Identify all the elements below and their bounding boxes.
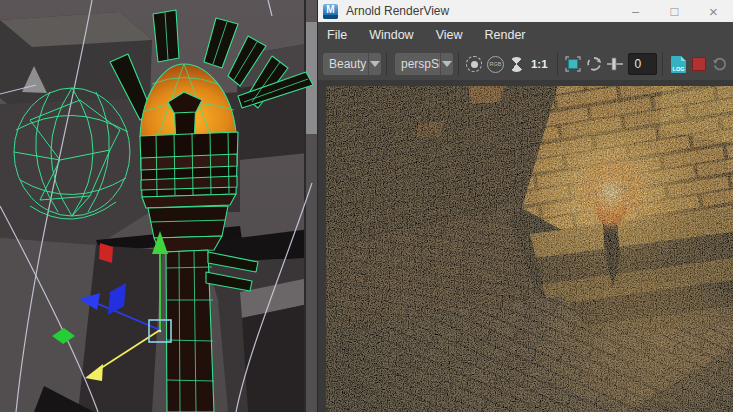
render-image-area[interactable] [318, 80, 733, 412]
menu-file[interactable]: File [327, 28, 355, 42]
stop-icon [692, 57, 706, 71]
exposure-value-field[interactable]: 0 [628, 53, 657, 75]
render-noise-light [326, 86, 733, 412]
maya-3d-viewport[interactable] [0, 0, 318, 412]
rgb-channels-button[interactable]: RGB [485, 53, 506, 75]
arnold-renderview-window: M Arnold RenderView – □ × File Window Vi… [318, 0, 733, 412]
snapshot-icon [466, 56, 482, 72]
menu-window[interactable]: Window [361, 28, 421, 42]
reset-view-button[interactable] [710, 53, 731, 75]
log-icon: LOG [671, 56, 686, 73]
close-button[interactable]: × [694, 0, 733, 22]
chevron-down-icon [368, 53, 381, 75]
zoom-ratio-button[interactable]: 1:1 [527, 58, 552, 70]
test-resolution-button[interactable] [506, 53, 527, 75]
camera-dropdown[interactable]: perspShape [395, 53, 453, 75]
exposure-slider[interactable] [605, 53, 626, 75]
menu-view[interactable]: View [428, 28, 471, 42]
screenshot-root: M Arnold RenderView – □ × File Window Vi… [0, 0, 733, 412]
aov-dropdown-value: Beauty [323, 53, 368, 75]
slider-icon [607, 57, 623, 71]
region-icon [565, 56, 581, 72]
viewport-scene [0, 0, 318, 412]
menu-render[interactable]: Render [477, 28, 534, 42]
snapshot-button[interactable] [464, 53, 485, 75]
reset-arrow-icon [712, 56, 728, 72]
rendered-dungeon-image [326, 86, 733, 412]
maximize-button[interactable]: □ [655, 0, 694, 22]
menu-bar: File Window View Render [318, 22, 733, 48]
camera-dropdown-value: perspShape [395, 53, 440, 75]
title-bar[interactable]: M Arnold RenderView – □ × [318, 0, 733, 22]
chevron-down-icon [440, 53, 453, 75]
maya-app-icon: M [323, 4, 338, 19]
window-title: Arnold RenderView [346, 4, 616, 18]
checker-circle-icon [509, 57, 524, 72]
render-region-button[interactable] [563, 53, 584, 75]
log-display-button[interactable]: LOG [668, 53, 689, 75]
window-controls: – □ × [616, 0, 733, 22]
aov-dropdown[interactable]: Beauty [323, 53, 381, 75]
stop-render-button[interactable] [689, 53, 710, 75]
refresh-render-button[interactable] [584, 53, 605, 75]
refresh-icon [586, 56, 602, 72]
minimize-button[interactable]: – [616, 0, 655, 22]
toolbar: Beauty perspShape RGB 1:1 [318, 48, 733, 80]
rgb-icon: RGB [487, 56, 504, 73]
